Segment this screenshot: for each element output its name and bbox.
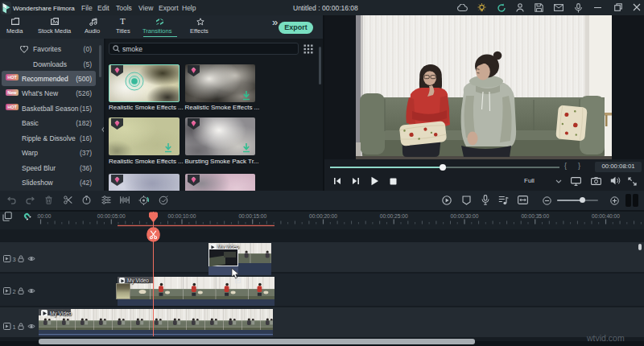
svg-text:00:00:15:00: 00:00:15:00 [238, 213, 266, 219]
svg-text:00:00:00: 00:00:00 [37, 213, 52, 219]
svg-text:2: 2 [13, 288, 16, 295]
svg-text:3: 3 [13, 255, 16, 262]
svg-text:00:00:40:00: 00:00:40:00 [592, 213, 620, 219]
svg-text:00:00:05:00: 00:00:05:00 [97, 213, 126, 219]
svg-text:1: 1 [13, 323, 16, 331]
svg-text:00:00:25:00: 00:00:25:00 [380, 213, 408, 219]
svg-text:00:00:10:00: 00:00:10:00 [168, 213, 196, 219]
svg-text:00:00:35:00: 00:00:35:00 [521, 213, 549, 219]
svg-text:00:00:30:00: 00:00:30:00 [451, 213, 479, 219]
svg-text:00:00:20:00: 00:00:20:00 [309, 213, 337, 219]
